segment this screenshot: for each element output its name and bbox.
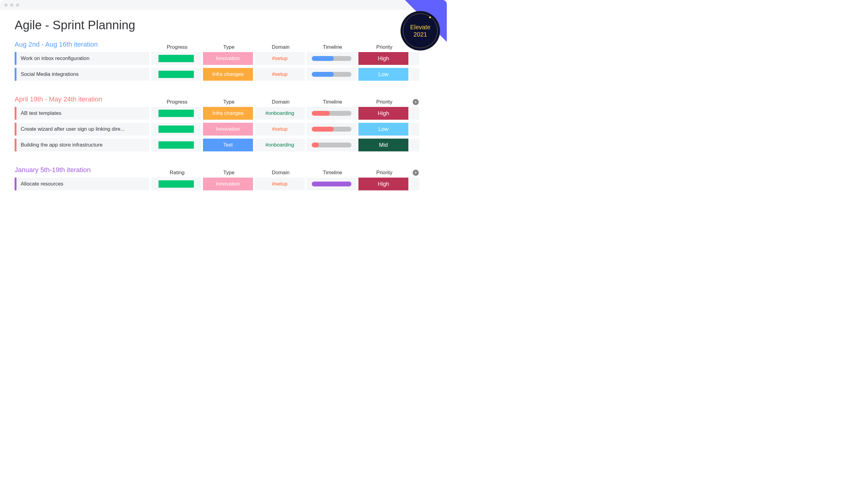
table-row[interactable]: Building the app store infrastructureTes… [14,139,432,151]
column-header[interactable]: Priority [359,44,410,50]
row-name-cell[interactable]: Social Media integrations [14,68,149,81]
type-cell[interactable]: Innovation [203,52,253,65]
row-tail [410,52,420,65]
row-name-cell[interactable]: Allocate resources [14,178,149,190]
elevate-badge: Elevate 2021 [401,11,440,51]
domain-cell[interactable]: #setup [255,178,305,190]
timeline-cell[interactable] [307,52,356,65]
priority-cell[interactable]: High [359,178,409,190]
timeline-fill-icon [312,56,334,61]
row-name-cell[interactable]: Work on inbox reconfiguration [14,52,149,65]
columns-header: RatingTypeDomainTimelinePriority+ [151,170,432,176]
row-tail [410,123,420,136]
timeline-cell[interactable] [307,107,356,120]
row-name-cell[interactable]: Building the app store infrastructure [14,139,149,151]
row-cells: Test#onboardingMid [151,139,420,151]
timeline-fill-icon [312,181,351,186]
traffic-lights [4,3,19,7]
group-title[interactable]: April 19th - May 24th iteration [14,95,151,105]
progress-cell[interactable] [151,123,201,136]
traffic-dot-close-icon[interactable] [4,3,8,7]
domain-cell[interactable]: #setup [255,52,305,65]
group-title[interactable]: January 5th-19th iteration [14,166,151,176]
timeline-cell[interactable] [307,68,356,81]
group: January 5th-19th iterationRatingTypeDoma… [14,166,432,190]
table-row[interactable]: AB test templatesInfra changes#onboardin… [14,107,432,120]
priority-cell[interactable]: Low [359,68,409,81]
progress-bar-icon [158,180,194,188]
column-header[interactable]: Timeline [307,99,359,105]
timeline-track-icon [312,56,351,61]
badge-line1: Elevate [410,23,431,31]
type-cell[interactable]: Innovation [203,123,253,136]
app-window: Elevate 2021 Agile - Sprint Planning Aug… [0,0,447,251]
column-header[interactable]: Progress [151,99,203,105]
table-row[interactable]: Social Media integrationsInfra changes#s… [14,68,432,81]
domain-cell[interactable]: #setup [255,68,305,81]
column-header[interactable]: Timeline [307,44,359,50]
type-cell[interactable]: Innovation [203,178,253,190]
row-cells: Innovation#setupHigh [151,178,420,190]
type-cell[interactable]: Infra changes [203,107,253,120]
column-header[interactable]: Domain [255,99,307,105]
column-header[interactable]: Timeline [307,170,359,176]
board-content: Agile - Sprint Planning Aug 2nd - Aug 16… [0,10,447,190]
window-titlebar [0,0,447,10]
table-row[interactable]: Work on inbox reconfigurationInnovation#… [14,52,432,65]
timeline-cell[interactable] [307,178,356,190]
priority-cell[interactable]: High [359,52,409,65]
timeline-fill-icon [312,143,319,147]
column-header[interactable]: Priority [359,170,410,176]
columns-header: ProgressTypeDomainTimelinePriority+ [151,44,432,50]
badge-line2: 2021 [414,31,427,38]
badge-orbit-dot-icon [429,17,431,18]
page-title: Agile - Sprint Planning [14,18,432,32]
domain-cell[interactable]: #onboarding [255,107,305,120]
type-cell[interactable]: Test [203,139,253,151]
priority-cell[interactable]: High [359,107,409,120]
group-header: January 5th-19th iterationRatingTypeDoma… [14,166,432,176]
table-row[interactable]: Create wizard after user sign up linking… [14,123,432,136]
timeline-track-icon [312,127,351,132]
column-header[interactable]: Progress [151,44,203,50]
add-column-icon[interactable]: + [413,170,419,176]
progress-bar-icon [158,142,194,149]
timeline-cell[interactable] [307,123,356,136]
row-tail [410,68,420,81]
column-header[interactable]: Domain [255,44,307,50]
timeline-fill-icon [312,111,330,116]
column-header[interactable]: Domain [255,170,307,176]
column-header[interactable]: Priority [359,99,410,105]
timeline-track-icon [312,111,351,116]
progress-cell[interactable] [151,139,201,151]
timeline-track-icon [312,181,351,186]
progress-cell[interactable] [151,107,201,120]
timeline-cell[interactable] [307,139,356,151]
domain-cell[interactable]: #onboarding [255,139,305,151]
progress-cell[interactable] [151,68,201,81]
group: April 19th - May 24th iterationProgressT… [14,95,432,151]
group-title[interactable]: Aug 2nd - Aug 16th iteration [14,41,151,50]
column-header[interactable]: Type [203,99,255,105]
progress-cell[interactable] [151,178,201,190]
row-name-cell[interactable]: AB test templates [14,107,149,120]
progress-bar-icon [158,125,194,133]
column-header[interactable]: Type [203,44,255,50]
progress-cell[interactable] [151,52,201,65]
traffic-dot-minimize-icon[interactable] [10,3,13,7]
priority-cell[interactable]: Mid [359,139,409,151]
table-row[interactable]: Allocate resourcesInnovation#setupHigh [14,178,432,190]
column-header[interactable]: Type [203,170,255,176]
traffic-dot-zoom-icon[interactable] [16,3,19,7]
row-name-cell[interactable]: Create wizard after user sign up linking… [14,123,149,136]
add-column-icon[interactable]: + [413,99,419,105]
column-header[interactable]: Rating [151,170,203,176]
add-column: + [410,99,421,105]
type-cell[interactable]: Infra changes [203,68,253,81]
group-header: April 19th - May 24th iterationProgressT… [14,95,432,105]
row-cells: Infra changes#setupLow [151,68,420,81]
domain-cell[interactable]: #setup [255,123,305,136]
group-header: Aug 2nd - Aug 16th iterationProgressType… [14,41,432,50]
priority-cell[interactable]: Low [359,123,409,136]
columns-header: ProgressTypeDomainTimelinePriority+ [151,99,432,105]
